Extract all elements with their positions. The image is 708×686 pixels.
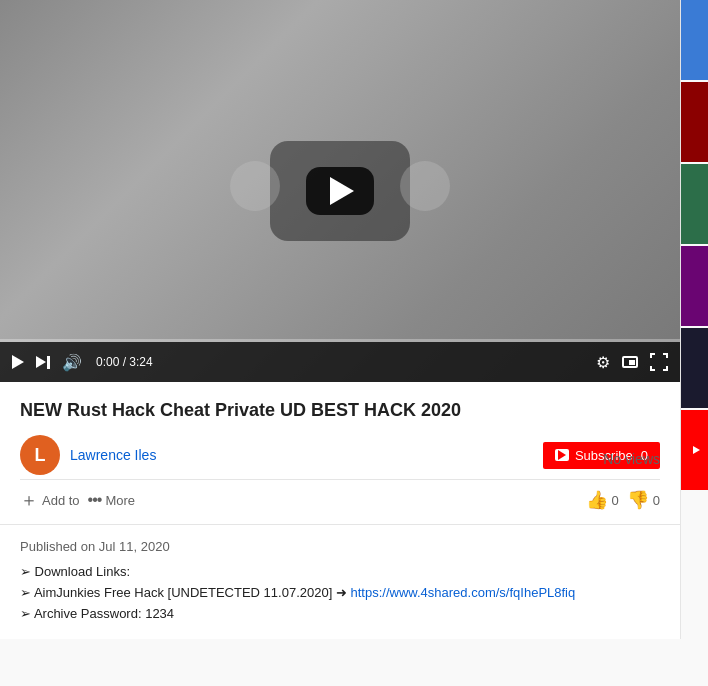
settings-button[interactable]: ⚙: [594, 351, 612, 374]
play-pause-button[interactable]: [10, 353, 26, 371]
fullscreen-button[interactable]: [648, 351, 670, 373]
add-to-button[interactable]: ＋ Add to: [20, 488, 80, 512]
video-player[interactable]: 🔊 0:00 / 3:24 ⚙: [0, 0, 680, 382]
dislike-button[interactable]: 👎 0: [627, 489, 660, 511]
desc-line2-text: ➢ AimJunkies Free Hack [UNDETECTED 11.07…: [20, 585, 351, 600]
miniplayer-button[interactable]: [620, 354, 640, 370]
description-text: ➢ Download Links: ➢ AimJunkies Free Hack…: [20, 562, 660, 624]
yt-watermark-bg: [270, 141, 410, 241]
desc-link[interactable]: https://www.4shared.com/s/fqIhePL8fiq: [351, 585, 576, 600]
subscribe-play-icon: [558, 450, 566, 460]
sidebar-thumb-1[interactable]: [681, 0, 708, 80]
glare-left: [230, 161, 280, 211]
channel-name[interactable]: Lawrence Iles: [70, 447, 533, 463]
play-icon: [12, 355, 24, 369]
thumbs-down-icon: 👎: [627, 489, 649, 511]
channel-info: Lawrence Iles: [70, 447, 533, 463]
next-bar: [47, 356, 50, 369]
fullscreen-icon: [650, 353, 668, 371]
yt-watermark: [260, 131, 420, 251]
thumbs-up-icon: 👍: [586, 489, 608, 511]
desc-line2: ➢ AimJunkies Free Hack [UNDETECTED 11.07…: [20, 583, 660, 604]
more-label: More: [105, 493, 135, 508]
next-triangle: [36, 356, 46, 368]
dots-icon: •••: [88, 491, 102, 509]
like-count: 0: [612, 493, 619, 508]
video-controls: 🔊 0:00 / 3:24 ⚙: [0, 342, 680, 382]
main-content: 🔊 0:00 / 3:24 ⚙ NEW Rust: [0, 0, 680, 639]
next-button[interactable]: [34, 354, 52, 371]
description-section: Published on Jul 11, 2020 ➢ Download Lin…: [0, 525, 680, 638]
desc-line3: ➢ Archive Password: 1234: [20, 604, 660, 625]
like-button[interactable]: 👍 0: [586, 489, 619, 511]
page-layout: 🔊 0:00 / 3:24 ⚙ NEW Rust: [0, 0, 708, 639]
video-thumbnail: [0, 0, 680, 382]
video-title: NEW Rust Hack Cheat Private UD BEST HACK…: [20, 398, 660, 423]
yt-icon: [685, 443, 705, 457]
views-count: No views: [603, 451, 660, 467]
sidebar-thumb-5[interactable]: [681, 328, 708, 408]
play-button-large[interactable]: [306, 167, 374, 215]
right-sidebar: [680, 0, 708, 639]
add-to-label: Add to: [42, 493, 80, 508]
published-date: Published on Jul 11, 2020: [20, 539, 660, 554]
miniplayer-icon: [622, 356, 638, 368]
glare-right: [400, 161, 450, 211]
next-icon: [36, 356, 50, 369]
sidebar-thumb-yt[interactable]: [681, 410, 708, 490]
desc-line1: ➢ Download Links:: [20, 562, 660, 583]
video-info: NEW Rust Hack Cheat Private UD BEST HACK…: [0, 382, 680, 525]
time-display: 0:00 / 3:24: [96, 355, 153, 369]
action-row: ＋ Add to ••• More 👍 0 👎 0: [20, 479, 660, 512]
volume-button[interactable]: 🔊: [60, 351, 84, 374]
sidebar-thumb-4[interactable]: [681, 246, 708, 326]
avatar-letter: L: [35, 445, 46, 466]
sidebar-thumb-3[interactable]: [681, 164, 708, 244]
play-triangle-icon: [330, 177, 354, 205]
more-button[interactable]: ••• More: [88, 491, 135, 509]
subscribe-yt-logo: [555, 449, 569, 461]
dislike-count: 0: [653, 493, 660, 508]
channel-avatar: L: [20, 435, 60, 475]
sidebar-thumb-2[interactable]: [681, 82, 708, 162]
like-dislike-row: 👍 0 👎 0: [586, 489, 660, 511]
add-icon: ＋: [20, 488, 38, 512]
